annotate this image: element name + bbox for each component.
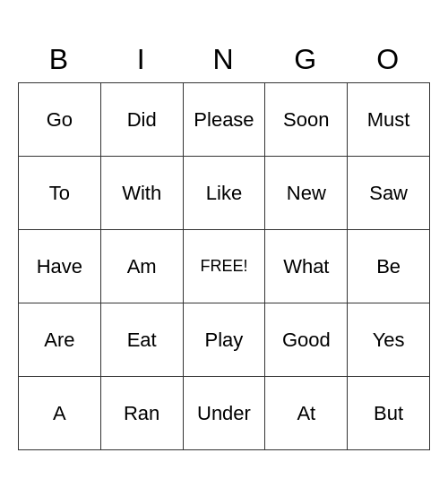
bingo-cell-1-1: With: [100, 157, 183, 230]
bingo-cell-3-1: Eat: [100, 303, 183, 377]
bingo-cell-0-1: Did: [100, 83, 183, 157]
bingo-cell-2-0: Have: [19, 230, 101, 303]
bingo-cell-0-0: Go: [19, 83, 101, 157]
bingo-row-2: HaveAmFREE!WhatBe: [19, 230, 430, 303]
bingo-cell-4-0: A: [19, 377, 101, 450]
bingo-card: BINGO GoDidPleaseSoonMustToWithLikeNewSa…: [18, 37, 430, 451]
bingo-cell-4-3: At: [265, 377, 348, 450]
header-col-i: I: [100, 37, 183, 83]
bingo-cell-3-2: Play: [183, 303, 265, 377]
bingo-cell-2-3: What: [265, 230, 348, 303]
bingo-row-4: ARanUnderAtBut: [19, 377, 430, 450]
bingo-cell-2-4: Be: [348, 230, 430, 303]
header-col-o: O: [348, 37, 430, 83]
bingo-cell-0-3: Soon: [265, 83, 348, 157]
bingo-row-0: GoDidPleaseSoonMust: [19, 83, 430, 157]
bingo-cell-0-2: Please: [183, 83, 265, 157]
header-col-g: G: [265, 37, 348, 83]
bingo-cell-4-1: Ran: [100, 377, 183, 450]
header-col-n: N: [183, 37, 265, 83]
bingo-cell-1-4: Saw: [348, 157, 430, 230]
bingo-cell-4-4: But: [348, 377, 430, 450]
bingo-cell-1-0: To: [19, 157, 101, 230]
header-col-b: B: [19, 37, 101, 83]
bingo-cell-3-4: Yes: [348, 303, 430, 377]
bingo-row-1: ToWithLikeNewSaw: [19, 157, 430, 230]
bingo-cell-3-3: Good: [265, 303, 348, 377]
bingo-cell-0-4: Must: [348, 83, 430, 157]
bingo-cell-1-2: Like: [183, 157, 265, 230]
bingo-header-row: BINGO: [19, 37, 430, 83]
bingo-cell-2-2: FREE!: [183, 230, 265, 303]
bingo-cell-4-2: Under: [183, 377, 265, 450]
bingo-cell-3-0: Are: [19, 303, 101, 377]
bingo-cell-1-3: New: [265, 157, 348, 230]
bingo-cell-2-1: Am: [100, 230, 183, 303]
bingo-row-3: AreEatPlayGoodYes: [19, 303, 430, 377]
